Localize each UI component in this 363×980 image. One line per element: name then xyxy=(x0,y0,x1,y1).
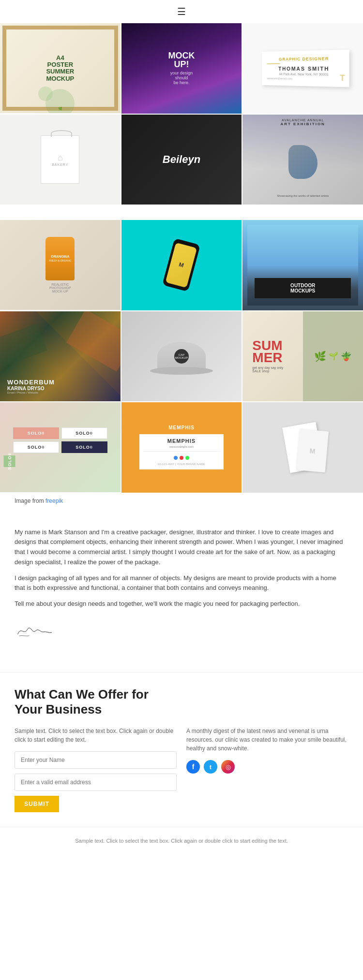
gallery-item-cards[interactable]: WONDERBUM Karina Dryso Email / Phone / W… xyxy=(0,311,121,401)
bc-designer-title: GRAPHIC DESIGNER xyxy=(267,56,343,61)
offer-left: Sample text. Click to select the text bo… xyxy=(15,727,177,812)
gallery-item-sign[interactable]: Beileyn xyxy=(121,115,242,205)
social-icons: f t ◎ xyxy=(186,760,348,774)
facebook-icon[interactable]: f xyxy=(186,760,200,774)
instagram-label: ◎ xyxy=(226,763,231,771)
offer-section: What Can We Offer for Your Business Samp… xyxy=(0,672,363,822)
phone-screen: M xyxy=(166,242,197,288)
gallery-row-2: ⌂ BAKERY Beileyn AVALANCHE ANNUAL ART EX… xyxy=(0,115,363,205)
offer-right-text: A monthly digest of the latest news and … xyxy=(186,727,348,753)
memphis-card: MEMPHIS www.example.com 00-123-4567 | YO… xyxy=(139,434,224,469)
gallery-item-memphis[interactable]: MEMPHIS MEMPHIS www.example.com 00-123-4… xyxy=(121,402,242,493)
twitter-label: t xyxy=(210,763,212,771)
gallery-item-letter[interactable]: M M xyxy=(242,402,363,493)
email-input[interactable] xyxy=(15,774,177,791)
signature xyxy=(15,619,348,643)
gallery-item-drink[interactable]: ORANGINAFresh & Organic REALISTICPHOTOSH… xyxy=(0,220,121,310)
billboard-sub: your designshouldbe here. xyxy=(170,71,193,85)
offer-title: What Can We Offer for Your Business xyxy=(15,687,160,717)
outdoor-text: OUTDOORMOCKUPS xyxy=(259,283,346,293)
memphis-sub: www.example.com xyxy=(169,445,194,448)
gallery-item-summer[interactable]: 🌿 🌱 🪴 SUMMER get any day say onlySALE sh… xyxy=(242,311,363,402)
about-para-3: Tell me about your design needs and toge… xyxy=(15,599,348,609)
gallery-item-phone[interactable]: M xyxy=(121,220,242,310)
bag-shape: ⌂ BAKERY xyxy=(41,135,79,184)
sign-text: Beileyn xyxy=(163,153,200,166)
drink-bottle: ORANGINAFresh & Organic xyxy=(45,237,75,280)
cards-name: Karina Dryso xyxy=(7,386,55,391)
footer-text: Sample text. Click to select the text bo… xyxy=(15,837,348,845)
menu-icon[interactable]: ☰ xyxy=(177,6,186,17)
gallery-item-outdoor[interactable]: OUTDOORMOCKUPS xyxy=(242,220,363,310)
section-gap xyxy=(0,508,363,518)
offer-sample-text: Sample text. Click to select the text bo… xyxy=(15,727,177,744)
dot-red xyxy=(180,456,183,460)
about-para-1: My name is Mark Stanson and I'm a creati… xyxy=(15,527,348,568)
gallery-item-bag[interactable]: ⌂ BAKERY xyxy=(0,115,121,205)
memphis-title: MEMPHIS xyxy=(167,438,196,444)
instagram-icon[interactable]: ◎ xyxy=(221,760,235,774)
hat-badge: CAPMOCKUP xyxy=(174,349,189,364)
gallery-row-4: WONDERBUM Karina Dryso Email / Phone / W… xyxy=(0,311,363,402)
gallery-item-hat[interactable]: CAPMOCKUP xyxy=(121,311,242,402)
billboard-text: MOCKUP! xyxy=(168,51,195,69)
signature-image xyxy=(15,621,53,641)
header: ☰ xyxy=(0,0,363,23)
facebook-label: f xyxy=(192,763,195,771)
poster-text: A4POSTERSUMMERMOCKUP xyxy=(46,55,74,82)
gallery-row-5: SOLO® SOLO® SOLO® SOLO® SOLO® MEMPHIS ME… xyxy=(0,402,363,493)
about-para-2: I design packaging of all types and for … xyxy=(15,573,348,594)
gallery-spacer xyxy=(0,205,363,220)
submit-button[interactable]: SUBMIT xyxy=(15,796,59,812)
gallery-row-3: ORANGINAFresh & Organic REALISTICPHOTOSH… xyxy=(0,220,363,310)
gallery-row-1: A4POSTERSUMMERMOCKUP 🌿 MOCKUP! your desi… xyxy=(0,23,363,114)
offer-right: A monthly digest of the latest news and … xyxy=(186,727,348,812)
summer-sub: get any day say onlySALE shop xyxy=(252,366,283,373)
twitter-icon[interactable]: t xyxy=(204,760,217,774)
gallery-item-solo[interactable]: SOLO® SOLO® SOLO® SOLO® SOLO® xyxy=(0,402,121,492)
gallery-item-billboard[interactable]: MOCKUP! your designshouldbe here. xyxy=(121,23,242,114)
freepik-link[interactable]: freepik xyxy=(45,497,63,504)
image-credit: Image from freepik xyxy=(0,494,363,508)
offer-grid: Sample text. Click to select the text bo… xyxy=(15,727,348,812)
gallery-item-art[interactable]: AVALANCHE ANNUAL ART EXHIBITION Showcasi… xyxy=(242,115,363,205)
gallery-section-2: ORANGINAFresh & Organic REALISTICPHOTOSH… xyxy=(0,220,363,493)
summer-text: SUMMER xyxy=(252,339,283,364)
gallery-section-1: A4POSTERSUMMERMOCKUP 🌿 MOCKUP! your desi… xyxy=(0,23,363,205)
bc-name: THOMAS SMITH xyxy=(267,65,343,72)
dot-blue xyxy=(174,456,178,460)
credit-prefix: Image from xyxy=(15,497,45,504)
about-section: My name is Mark Stanson and I'm a creati… xyxy=(0,518,363,673)
name-input[interactable] xyxy=(15,751,177,769)
gallery-item-business-card[interactable]: GRAPHIC DESIGNER THOMAS SMITH 44 Park Av… xyxy=(242,23,363,114)
footer: Sample text. Click to select the text bo… xyxy=(0,827,363,855)
cards-brand: WONDERBUM xyxy=(7,379,55,386)
bag-logo: ⌂ BAKERY xyxy=(52,153,68,166)
drink-label: ORANGINAFresh & Organic xyxy=(49,255,71,263)
dot-green xyxy=(185,456,189,460)
memphis-dots xyxy=(174,456,189,460)
gallery-item-poster[interactable]: A4POSTERSUMMERMOCKUP 🌿 xyxy=(0,23,121,113)
phone-shape: M xyxy=(162,238,200,292)
bc-address: 44 Park Ave, New York, NY 90001 xyxy=(267,72,343,76)
